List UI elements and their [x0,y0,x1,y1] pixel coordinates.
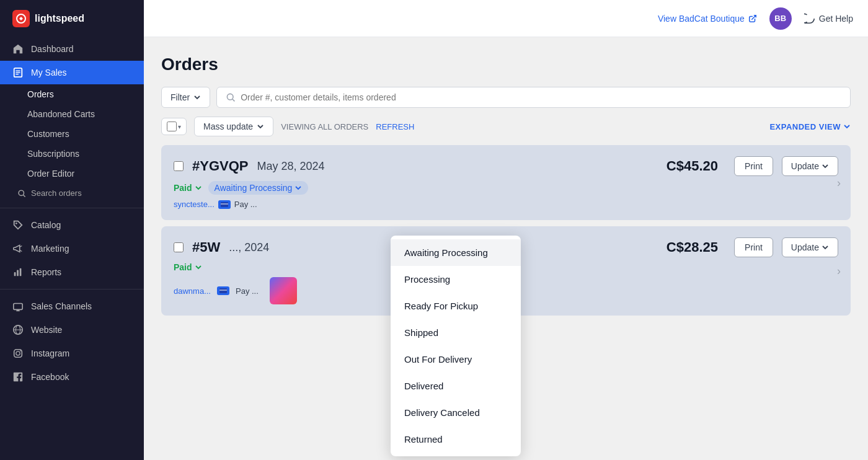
dropdown-item-delivery-canceled[interactable]: Delivery Canceled [391,399,521,426]
search-icon [17,189,26,198]
divider-2 [0,289,144,290]
search-orders[interactable]: Search orders [0,184,144,203]
dropdown-item-delivered[interactable]: Delivered [391,373,521,399]
update-chevron-icon [822,162,829,170]
order-checkbox-1[interactable] [174,161,184,171]
sidebar-item-website[interactable]: Website [0,318,144,342]
dropdown-item-processing[interactable]: Processing [391,266,521,293]
page-title: Orders [161,55,851,74]
sidebar-item-sales-channels[interactable]: Sales Channels [0,294,144,318]
order-chevron-1[interactable]: › [837,176,841,189]
search-input[interactable] [241,92,841,102]
dropdown-item-ready-for-pickup[interactable]: Ready For Pickup [391,293,521,319]
search-icon [226,92,236,102]
external-link-icon [748,14,757,23]
get-help-button[interactable]: Get Help [804,13,853,24]
order-header-1: #YGVQP May 28, 2024 C$45.20 Print Update [174,156,838,176]
svg-rect-27 [219,290,227,291]
order-customer-2[interactable]: dawnma... [174,286,211,296]
receipt-icon [12,67,24,78]
sidebar-item-marketing[interactable]: Marketing [0,237,144,260]
expanded-view-chevron-icon [843,123,851,130]
order-thumbnail-2 [270,277,297,304]
dropdown-item-awaiting-processing[interactable]: Awaiting Processing [391,239,521,266]
order-chevron-2[interactable]: › [837,265,841,278]
credit-card-icon-2 [219,288,227,293]
logo-text: lightspeed [35,13,84,24]
card-icon-1 [218,200,231,209]
awaiting-chevron-icon [294,184,302,192]
update-chevron-icon-2 [822,244,829,251]
select-all-input[interactable] [167,122,177,131]
order-status-1: Paid Awaiting Processing [174,181,838,195]
paid-chevron-icon [195,184,202,192]
sidebar-item-customers[interactable]: Customers [0,124,144,144]
chevron-down-icon [193,94,201,101]
tv-icon [12,301,24,312]
view-store-link[interactable]: View BadCat Boutique [658,14,757,24]
filter-toolbar: Filter [161,87,851,108]
divider-1 [0,208,144,208]
svg-line-23 [232,99,235,102]
update-button-1[interactable]: Update [782,156,838,176]
sidebar-item-subscriptions[interactable]: Subscriptions [0,144,144,164]
chat-icon [804,13,815,24]
sidebar-item-order-editor[interactable]: Order Editor [0,164,144,184]
svg-point-21 [20,350,21,352]
viewing-label: VIEWING ALL ORDERS [281,122,368,131]
order-card-1: #YGVQP May 28, 2024 C$45.20 Print Update… [161,145,851,220]
chart-bar-icon [12,267,24,278]
filter-button[interactable]: Filter [161,87,210,108]
main-content: View BadCat Boutique BB Get Help Orders … [144,0,868,460]
order-date-2: ..., 2024 [229,241,269,254]
home-icon [12,43,24,55]
topbar: View BadCat Boutique BB Get Help [144,0,868,37]
checkbox-chevron-icon: ▾ [178,123,181,130]
bulk-bar: ▾ Mass update VIEWING ALL ORDERS REFRESH… [161,117,851,136]
sidebar-item-dashboard[interactable]: Dashboard [0,37,144,61]
print-button-2[interactable]: Print [734,237,773,257]
sidebar-item-orders[interactable]: Orders [0,84,144,104]
update-button-2[interactable]: Update [782,237,838,257]
sidebar-item-catalog[interactable]: Catalog [0,213,144,237]
tag-icon [12,219,24,231]
dropdown-item-out-for-delivery[interactable]: Out For Delivery [391,346,521,373]
logo[interactable]: lightspeed [0,0,144,37]
order-id-1: #YGVQP [192,158,248,174]
instagram-icon [12,348,24,359]
order-amount-2: C$28.25 [666,239,718,255]
avatar[interactable]: BB [769,7,792,30]
svg-point-7 [16,223,17,224]
globe-icon [12,324,24,335]
order-customer-1[interactable]: syncteste... [174,200,215,209]
paid-chevron-icon-2 [195,263,202,271]
svg-point-20 [16,352,20,355]
dropdown-item-shipped[interactable]: Shipped [391,319,521,346]
svg-line-6 [23,195,25,197]
dropdown-item-returned[interactable]: Returned [391,426,521,453]
logo-icon [12,10,30,27]
facebook-icon [12,371,24,383]
sidebar-item-reports[interactable]: Reports [0,260,144,284]
print-button-1[interactable]: Print [734,156,773,176]
credit-card-icon [221,202,228,207]
order-date-1: May 28, 2024 [257,160,324,173]
sidebar-item-facebook[interactable]: Facebook [0,365,144,389]
svg-rect-12 [20,268,22,276]
card-icon-2 [217,286,229,295]
sidebar-nav: Dashboard My Sales Orders Abandoned Cart… [0,37,144,460]
fulfillment-dropdown: Awaiting Processing Processing Ready For… [391,236,521,456]
select-all-checkbox[interactable]: ▾ [161,118,187,135]
awaiting-badge-1[interactable]: Awaiting Processing [208,181,309,195]
mass-update-button[interactable]: Mass update [194,117,273,136]
order-checkbox-2[interactable] [174,242,184,252]
sidebar-item-my-sales[interactable]: My Sales [0,61,144,84]
expanded-view-button[interactable]: EXPANDED VIEW [769,122,851,131]
sidebar-item-abandoned-carts[interactable]: Abandoned Carts [0,104,144,124]
order-payment-1: syncteste... Pay ... [174,200,838,209]
paid-badge-2[interactable]: Paid [174,262,202,272]
search-bar [216,87,851,108]
paid-badge-1[interactable]: Paid [174,183,202,193]
sidebar-item-instagram[interactable]: Instagram [0,342,144,365]
refresh-link[interactable]: REFRESH [376,122,414,131]
